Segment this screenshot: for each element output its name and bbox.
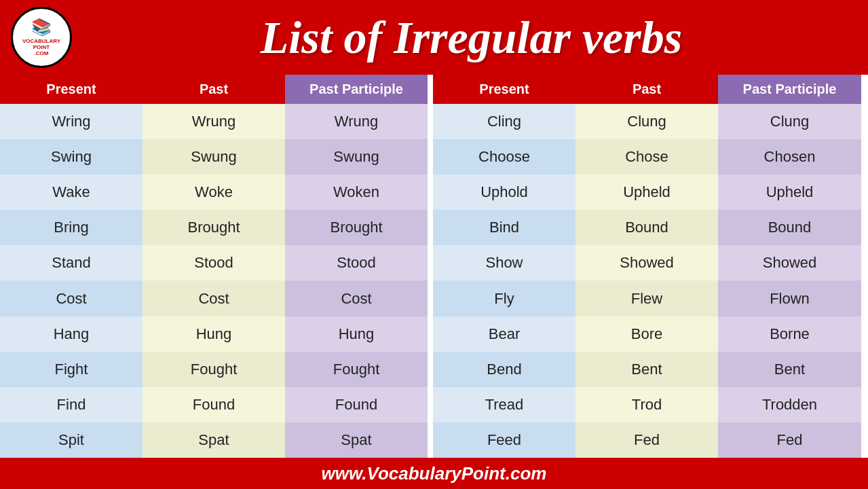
col-header-past-right: Past [575, 75, 718, 104]
cell-present-left: Wake [0, 175, 143, 210]
cell-present-right: Feed [433, 422, 575, 458]
col-header-pp-right: Past Participle [718, 75, 861, 104]
cell-divider [428, 210, 433, 245]
cell-pp-left: Hung [285, 316, 428, 352]
cell-divider [428, 104, 433, 139]
cell-present-right: Choose [433, 139, 575, 175]
col-header-past-left: Past [143, 75, 285, 104]
table-row: FightFoughtFoughtBendBentBent [0, 352, 868, 387]
cell-pp-left: Found [285, 387, 428, 422]
cell-divider [428, 245, 433, 280]
table-row: FindFoundFoundTreadTrodTrodden [0, 387, 868, 422]
cell-past-left: Cost [143, 280, 285, 316]
table-row: WakeWokeWokenUpholdUpheldUpheld [0, 175, 868, 210]
cell-pp-right: Chosen [718, 139, 861, 175]
cell-pp-left: Stood [285, 245, 428, 280]
table-area: Present Past Past Participle Present Pas… [0, 75, 868, 458]
cell-pp-left: Wrung [285, 104, 428, 139]
cell-past-right: Upheld [575, 175, 718, 210]
logo-icon: 📚 [31, 18, 52, 37]
cell-divider [428, 280, 433, 316]
cell-present-right: Fly [433, 280, 575, 316]
cell-past-right: Fed [575, 422, 718, 458]
cell-present-left: Cost [0, 280, 143, 316]
cell-past-left: Found [143, 387, 285, 422]
cell-past-left: Stood [143, 245, 285, 280]
cell-pp-right: Borne [718, 316, 861, 352]
cell-present-right: Show [433, 245, 575, 280]
cell-present-right: Bend [433, 352, 575, 387]
cell-present-left: Stand [0, 245, 143, 280]
cell-past-right: Bound [575, 210, 718, 245]
cell-present-right: Tread [433, 387, 575, 422]
cell-pp-left: Cost [285, 280, 428, 316]
col-header-present-right: Present [433, 75, 575, 104]
cell-past-right: Bore [575, 316, 718, 352]
cell-pp-left: Spat [285, 422, 428, 458]
data-rows: WringWrungWrungClingClungClungSwingSwung… [0, 104, 868, 458]
cell-past-right: Chose [575, 139, 718, 175]
cell-divider [428, 387, 433, 422]
cell-past-right: Showed [575, 245, 718, 280]
cell-past-left: Wrung [143, 104, 285, 139]
cell-present-left: Swing [0, 139, 143, 175]
cell-pp-right: Showed [718, 245, 861, 280]
table-row: SwingSwungSwungChooseChoseChosen [0, 139, 868, 175]
cell-present-left: Hang [0, 316, 143, 352]
cell-past-left: Woke [143, 175, 285, 210]
table-row: CostCostCostFlyFlewFlown [0, 280, 868, 316]
cell-pp-right: Fed [718, 422, 861, 458]
cell-divider [428, 352, 433, 387]
cell-present-left: Fight [0, 352, 143, 387]
table-row: SpitSpatSpatFeedFedFed [0, 422, 868, 458]
cell-present-right: Bind [433, 210, 575, 245]
cell-past-left: Swung [143, 139, 285, 175]
cell-present-left: Spit [0, 422, 143, 458]
cell-divider [428, 316, 433, 352]
cell-pp-left: Brought [285, 210, 428, 245]
cell-pp-right: Upheld [718, 175, 861, 210]
page-title: List of Irregular verbs [86, 11, 857, 65]
cell-pp-right: Trodden [718, 387, 861, 422]
cell-present-left: Bring [0, 210, 143, 245]
cell-past-left: Hung [143, 316, 285, 352]
cell-present-left: Wring [0, 104, 143, 139]
cell-pp-right: Bent [718, 352, 861, 387]
cell-pp-right: Bound [718, 210, 861, 245]
cell-present-right: Cling [433, 104, 575, 139]
cell-past-right: Bent [575, 352, 718, 387]
table-row: BringBroughtBroughtBindBoundBound [0, 210, 868, 245]
cell-pp-right: Clung [718, 104, 861, 139]
table-row: StandStoodStoodShowShowedShowed [0, 245, 868, 280]
column-headers: Present Past Past Participle Present Pas… [0, 75, 868, 104]
cell-pp-left: Fought [285, 352, 428, 387]
cell-past-right: Flew [575, 280, 718, 316]
cell-divider [428, 139, 433, 175]
cell-past-right: Trod [575, 387, 718, 422]
col-header-pp-left: Past Participle [285, 75, 428, 104]
cell-present-right: Uphold [433, 175, 575, 210]
logo-text: VOCABULARY POINT .COM [22, 39, 60, 56]
cell-pp-left: Swung [285, 139, 428, 175]
logo: 📚 VOCABULARY POINT .COM [11, 7, 72, 68]
table-row: HangHungHungBearBoreBorne [0, 316, 868, 352]
cell-pp-left: Woken [285, 175, 428, 210]
footer-text: www.VocabularyPoint.com [322, 463, 547, 484]
header: 📚 VOCABULARY POINT .COM List of Irregula… [0, 0, 868, 75]
cell-divider [428, 422, 433, 458]
cell-divider [428, 175, 433, 210]
col-header-present-left: Present [0, 75, 143, 104]
page-wrapper: 📚 VOCABULARY POINT .COM List of Irregula… [0, 0, 868, 489]
cell-past-left: Fought [143, 352, 285, 387]
cell-pp-right: Flown [718, 280, 861, 316]
cell-present-right: Bear [433, 316, 575, 352]
table-row: WringWrungWrungClingClungClung [0, 104, 868, 139]
cell-present-left: Find [0, 387, 143, 422]
cell-past-left: Spat [143, 422, 285, 458]
footer: www.VocabularyPoint.com [0, 458, 868, 489]
cell-past-left: Brought [143, 210, 285, 245]
cell-past-right: Clung [575, 104, 718, 139]
